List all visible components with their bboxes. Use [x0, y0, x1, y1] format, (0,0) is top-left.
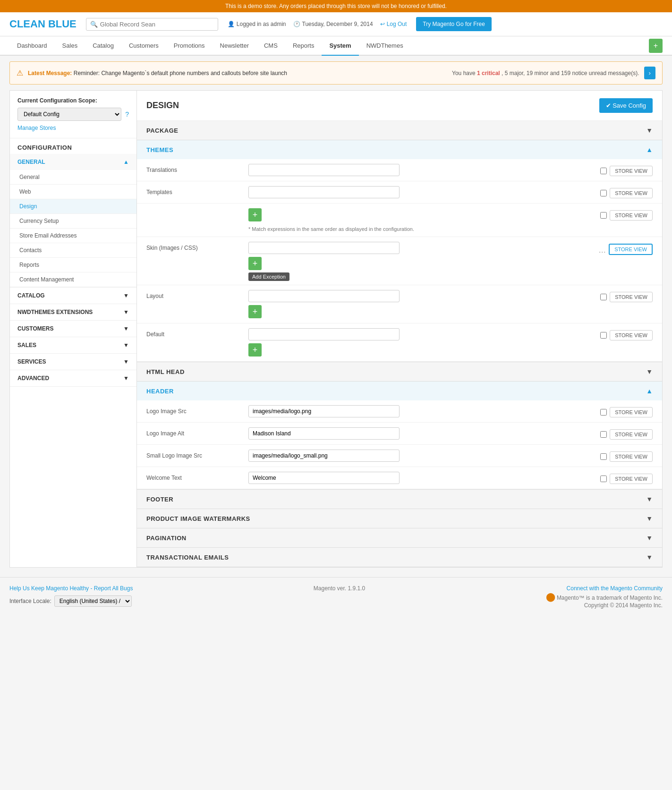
- logo-alt-store-view-btn[interactable]: STORE VIEW: [610, 429, 653, 440]
- sidebar-section-customers-header[interactable]: CUSTOMERS ▼: [10, 321, 136, 337]
- pagination-section-header[interactable]: PAGINATION ▼: [137, 528, 662, 547]
- sidebar-item-currency[interactable]: Currency Setup: [10, 214, 136, 229]
- search-box[interactable]: 🔍: [86, 18, 218, 31]
- footer-section-header[interactable]: FOOTER ▼: [137, 490, 662, 509]
- sidebar-item-email-addresses[interactable]: Store Email Addresses: [10, 229, 136, 243]
- templates-checkbox[interactable]: [600, 190, 607, 196]
- add-themes-button[interactable]: +: [248, 208, 262, 221]
- alert-more-button[interactable]: ›: [644, 67, 655, 79]
- try-magento-button[interactable]: Try Magento Go for Free: [416, 17, 492, 31]
- small-logo-input[interactable]: [248, 450, 400, 462]
- pagination-title: PAGINATION: [146, 535, 187, 542]
- scope-help-icon[interactable]: ?: [125, 110, 129, 118]
- locale-label: Interface Locale:: [9, 598, 51, 604]
- small-logo-checkbox[interactable]: [600, 453, 607, 460]
- sidebar-section-catalog-header[interactable]: CATALOG ▼: [10, 288, 136, 304]
- sidebar-section-nwd-header[interactable]: NWDTHEMES EXTENSIONS ▼: [10, 304, 136, 320]
- logo-src-input[interactable]: [248, 405, 400, 417]
- logo-alt-label: Logo Image Alt: [146, 427, 241, 437]
- advanced-section-label: ADVANCED: [17, 375, 49, 382]
- logo-alt-input[interactable]: [248, 427, 400, 440]
- sidebar-item-design[interactable]: Design: [10, 199, 136, 214]
- add-btn-store-view-btn[interactable]: STORE VIEW: [610, 210, 653, 221]
- logo-alt-checkbox[interactable]: [600, 431, 607, 438]
- default-scope: STORE VIEW: [600, 328, 653, 340]
- sidebar-item-contacts[interactable]: Contacts: [10, 243, 136, 258]
- welcome-input-wrap: [248, 472, 593, 484]
- logo-alt-row: Logo Image Alt STORE VIEW: [137, 423, 662, 445]
- transactional-section-header[interactable]: TRANSACTIONAL EMAILS ▼: [137, 548, 662, 567]
- themes-rows: Translations STORE VIEW Templates: [137, 159, 662, 362]
- html-head-chevron-icon: ▼: [646, 368, 653, 375]
- bug-report-link[interactable]: Help Us Keep Magento Healthy - Report Al…: [9, 585, 133, 592]
- default-checkbox[interactable]: [600, 332, 607, 339]
- default-store-view-btn[interactable]: STORE VIEW: [610, 330, 653, 340]
- sidebar-item-reports[interactable]: Reports: [10, 258, 136, 272]
- magento-logo: ⬤: [546, 592, 555, 602]
- manage-stores-link[interactable]: Manage Stores: [17, 125, 129, 131]
- skin-dots-menu[interactable]: …: [598, 244, 606, 255]
- nav-item-reports[interactable]: Reports: [285, 36, 322, 56]
- default-input[interactable]: [248, 328, 400, 340]
- translations-input-wrap: [248, 164, 593, 176]
- add-skin-button[interactable]: +: [248, 257, 262, 270]
- layout-checkbox[interactable]: [600, 294, 607, 300]
- sidebar-item-web[interactable]: Web: [10, 185, 136, 199]
- connect-link[interactable]: Connect with the Magento Community: [567, 585, 663, 592]
- services-section-label: SERVICES: [17, 358, 46, 365]
- templates-input[interactable]: [248, 186, 400, 198]
- nav-item-newsletter[interactable]: Newsletter: [213, 36, 256, 56]
- welcome-input[interactable]: [248, 472, 400, 484]
- version-text: Magento ver. 1.9.1.0: [314, 585, 365, 592]
- welcome-store-view-btn[interactable]: STORE VIEW: [610, 474, 653, 484]
- sidebar-section-sales-header[interactable]: SALES ▼: [10, 337, 136, 353]
- small-logo-store-view-btn[interactable]: STORE VIEW: [610, 451, 653, 462]
- nav-item-dashboard[interactable]: Dashboard: [9, 36, 55, 56]
- watermarks-section-header[interactable]: PRODUCT IMAGE WATERMARKS ▼: [137, 509, 662, 528]
- sidebar-item-content-management[interactable]: Content Management: [10, 272, 136, 287]
- config-title: CONFIGURATION: [10, 138, 136, 154]
- add-default-button[interactable]: +: [248, 343, 262, 357]
- logo-src-store-view-btn[interactable]: STORE VIEW: [610, 407, 653, 417]
- layout-input[interactable]: [248, 290, 400, 302]
- search-input[interactable]: [100, 21, 214, 28]
- add-btn-checkbox[interactable]: [600, 212, 607, 219]
- footer-left: Help Us Keep Magento Healthy - Report Al…: [9, 585, 133, 607]
- nav-item-system[interactable]: System: [322, 36, 358, 56]
- translations-store-view-btn[interactable]: STORE VIEW: [610, 166, 653, 176]
- scope-select[interactable]: Default Config: [17, 108, 121, 121]
- sidebar-section-services-header[interactable]: SERVICES ▼: [10, 354, 136, 370]
- welcome-label: Welcome Text: [146, 472, 241, 481]
- nav-plus-button[interactable]: +: [649, 39, 663, 53]
- welcome-checkbox[interactable]: [600, 476, 607, 482]
- save-config-button[interactable]: ✔ Save Config: [599, 98, 653, 113]
- sidebar-section-advanced-header[interactable]: ADVANCED ▼: [10, 370, 136, 386]
- sidebar-section-general-header[interactable]: GENERAL ▲: [10, 154, 136, 170]
- nav-item-sales[interactable]: Sales: [55, 36, 85, 56]
- locale-select[interactable]: English (United States) /: [54, 595, 132, 607]
- logo-src-checkbox[interactable]: [600, 409, 607, 416]
- nav-item-cms[interactable]: CMS: [256, 36, 285, 56]
- match-note: * Match expressions in the same order as…: [248, 226, 593, 232]
- skin-input[interactable]: [248, 242, 400, 254]
- nav-item-customers[interactable]: Customers: [121, 36, 166, 56]
- templates-store-view-btn[interactable]: STORE VIEW: [610, 188, 653, 198]
- search-icon: 🔍: [90, 21, 98, 28]
- header-config-section-header[interactable]: HEADER ▲: [137, 382, 662, 400]
- translations-input[interactable]: [248, 164, 400, 176]
- translations-checkbox[interactable]: [600, 168, 607, 174]
- layout-store-view-btn[interactable]: STORE VIEW: [610, 292, 653, 302]
- sidebar-item-general[interactable]: General: [10, 170, 136, 185]
- default-label: Default: [146, 328, 241, 338]
- header: CLEAN BLUE 🔍 👤 Logged in as admin 🕐 Tues…: [0, 12, 672, 36]
- logout-link[interactable]: ↩ Log Out: [380, 21, 407, 27]
- user-icon: 👤: [228, 21, 235, 27]
- nav-item-nwdthemes[interactable]: NWDThemes: [359, 36, 411, 56]
- nav-item-promotions[interactable]: Promotions: [166, 36, 213, 56]
- package-section-header[interactable]: PACKAGE ▼: [137, 121, 662, 140]
- themes-section-header[interactable]: THEMES ▲: [137, 140, 662, 159]
- nav-item-catalog[interactable]: Catalog: [85, 36, 121, 56]
- add-layout-button[interactable]: +: [248, 305, 262, 318]
- html-head-section-header[interactable]: HTML HEAD ▼: [137, 362, 662, 381]
- skin-store-view-btn[interactable]: STORE VIEW: [609, 244, 653, 255]
